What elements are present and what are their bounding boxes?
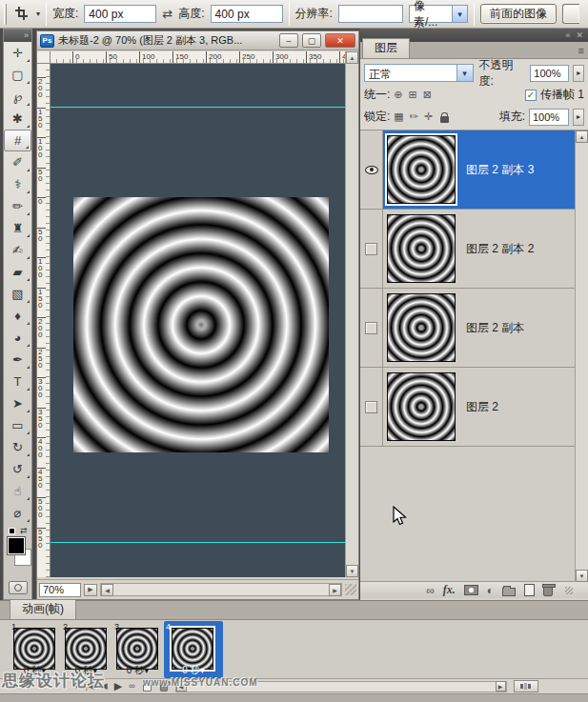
tool-crop[interactable]: # [4, 130, 31, 151]
layer-row[interactable]: 图层 2 副本 [360, 289, 575, 368]
first-frame-button[interactable]: |◀ [86, 682, 94, 691]
scroll-left-icon[interactable]: ◀ [101, 584, 113, 596]
fill-slider-icon[interactable]: ▸ [573, 109, 584, 126]
crop-tool-icon[interactable] [14, 6, 30, 22]
layer-style-icon[interactable]: fx. [443, 583, 456, 597]
tool-pen[interactable]: ✒ [4, 349, 31, 371]
guide-line-top[interactable] [51, 107, 346, 108]
swap-dimensions-icon[interactable]: ⇄ [162, 7, 172, 21]
quick-mask-button[interactable] [9, 581, 28, 594]
unify-style-icon[interactable]: ⊠ [423, 89, 432, 101]
frame-delay[interactable]: 0 秒▾ [10, 664, 60, 677]
lock-paint-icon[interactable]: ✏ [410, 110, 418, 123]
delete-layer-icon[interactable] [543, 586, 553, 596]
tool-eraser[interactable]: ▰ [4, 261, 31, 283]
resolution-unit-select[interactable]: 像素/... ▾ [409, 5, 468, 23]
default-colors-icon[interactable] [9, 528, 15, 534]
animation-frame[interactable]: 3 0 秒▾ [112, 621, 163, 678]
loop-count-dropdown-icon[interactable]: ▾ [74, 682, 79, 691]
horizontal-scrollbar[interactable]: ◀ ▶ [100, 583, 342, 596]
bullseye-image[interactable] [73, 197, 329, 452]
propagate-frame-checkbox[interactable]: ✓ [525, 90, 537, 101]
tool-brush[interactable]: ✏ [4, 195, 31, 217]
dock-close-icon[interactable]: ✕ [576, 30, 583, 40]
vertical-scrollbar[interactable]: ▲ ▼ [345, 51, 358, 577]
tool-zoom[interactable]: ⌀ [4, 502, 31, 524]
adjustment-layer-icon[interactable]: ◐ [487, 585, 494, 596]
visibility-toggle[interactable] [360, 210, 383, 288]
play-button[interactable]: ▶ [114, 681, 122, 692]
options-bar-grip[interactable] [4, 4, 7, 25]
lock-all-icon[interactable] [440, 116, 449, 123]
front-image-button[interactable]: 前面的图像 [480, 4, 557, 24]
link-layers-icon[interactable]: ∞ [426, 585, 435, 596]
canvas[interactable] [51, 64, 346, 577]
scroll-down-icon[interactable]: ▼ [346, 565, 358, 577]
status-menu-icon[interactable]: ▶ [84, 584, 97, 596]
tab-layers[interactable]: 图层 [362, 38, 410, 58]
duplicate-frame-button[interactable] [143, 681, 152, 691]
scroll-up-icon[interactable]: ▲ [576, 130, 588, 143]
frame-delay[interactable]: 0 秒▾ [112, 664, 163, 677]
close-button[interactable]: ✕ [325, 33, 355, 48]
tool-3d-rotate[interactable]: ↻ [4, 436, 31, 458]
layer-thumbnail[interactable] [387, 372, 456, 441]
foreground-color-swatch[interactable] [8, 537, 25, 554]
tool-preset-dropdown-icon[interactable]: ▾ [36, 10, 40, 18]
resolution-input[interactable] [338, 5, 403, 23]
tool-type[interactable]: T [4, 371, 31, 392]
visibility-toggle[interactable] [360, 289, 383, 367]
opacity-input[interactable]: 100% [530, 65, 569, 82]
tool-eyedropper[interactable]: ✐ [4, 151, 31, 173]
layer-name[interactable]: 图层 2 副本 [459, 289, 575, 367]
layer-row[interactable]: 图层 2 [360, 368, 575, 447]
scroll-down-icon[interactable]: ▼ [576, 570, 588, 582]
tween-button[interactable]: ∞ [129, 682, 134, 691]
lock-position-icon[interactable]: ✛ [424, 110, 433, 123]
guide-line-bottom[interactable] [51, 542, 346, 543]
tool-hand[interactable]: ☝ [4, 480, 31, 502]
layer-row[interactable]: 图层 2 副本 2 [360, 210, 575, 289]
new-group-icon[interactable] [502, 588, 516, 596]
resize-grip[interactable] [345, 584, 356, 595]
animation-frame[interactable]: 2 0 秒▾ [61, 621, 112, 678]
convert-to-timeline-button[interactable] [514, 680, 538, 692]
tool-marquee[interactable]: ▢ [4, 64, 31, 86]
add-mask-icon[interactable] [464, 585, 478, 595]
opacity-slider-icon[interactable]: ▸ [573, 65, 584, 82]
layer-thumbnail[interactable] [387, 293, 456, 362]
new-layer-icon[interactable] [524, 584, 535, 596]
layer-name[interactable]: 图层 2 副本 3 [459, 130, 575, 209]
unify-position-icon[interactable]: ⊕ [394, 89, 402, 101]
frame-delay[interactable]: 0 秒▾ [164, 664, 223, 677]
layer-row[interactable]: 图层 2 副本 3 [360, 130, 575, 210]
width-input[interactable]: 400 px [84, 5, 156, 23]
scroll-left-icon[interactable]: ◀ [176, 681, 187, 692]
tool-healing-brush[interactable]: ⚕ [4, 173, 31, 195]
scroll-up-icon[interactable]: ▲ [346, 51, 358, 64]
tool-quick-selection[interactable]: ✱ [4, 108, 31, 130]
visibility-toggle[interactable] [360, 130, 383, 209]
animation-frame-selected[interactable]: 4 0 秒▾ [164, 621, 223, 678]
tool-dodge[interactable]: ◕ [4, 327, 31, 349]
tab-animation-frames[interactable]: 动画(帧) [10, 599, 76, 619]
tool-shape[interactable]: ▭ [4, 414, 31, 436]
tool-history-brush[interactable]: ✍ [4, 239, 31, 261]
layer-thumbnail[interactable] [387, 214, 456, 283]
toolbox-collapse-icon[interactable]: » [4, 30, 31, 42]
scroll-right-icon[interactable]: ▶ [329, 584, 341, 596]
tool-clone-stamp[interactable]: ♜ [4, 217, 31, 239]
height-input[interactable]: 400 px [211, 5, 283, 23]
tool-3d-orbit[interactable]: ↺ [4, 458, 31, 480]
unify-visibility-icon[interactable]: ⊞ [409, 89, 417, 101]
animation-frame[interactable]: 1 0 秒▾ [10, 621, 60, 678]
tool-path-selection[interactable]: ➤ [4, 392, 31, 414]
fill-input[interactable]: 100% [529, 109, 569, 126]
zoom-level-input[interactable]: 70% [39, 583, 81, 597]
layer-name[interactable]: 图层 2 [459, 368, 575, 446]
resize-grip[interactable] [565, 587, 573, 594]
frame-delay[interactable]: 0 秒▾ [61, 664, 112, 677]
tool-gradient[interactable]: ▧ [4, 283, 31, 305]
maximize-button[interactable]: ▢ [302, 33, 321, 48]
panel-menu-icon[interactable]: ≡ [578, 45, 584, 56]
